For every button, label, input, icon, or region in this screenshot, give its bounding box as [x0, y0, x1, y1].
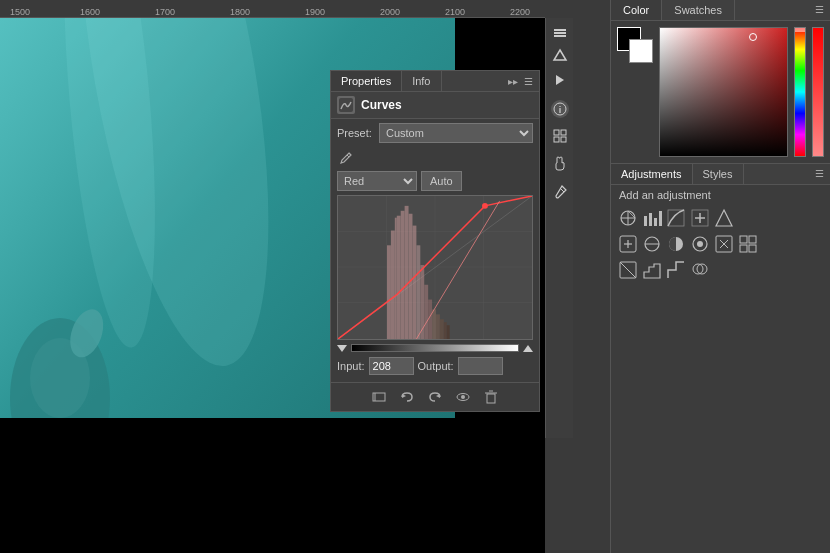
levels-icon[interactable] [641, 207, 663, 229]
output-label: Output: [418, 360, 454, 372]
invert-icon[interactable] [617, 259, 639, 281]
svg-rect-10 [554, 32, 566, 34]
svg-marker-53 [436, 394, 440, 398]
input-value[interactable] [369, 357, 414, 375]
adjustment-icons-row3 [611, 257, 830, 283]
svg-rect-17 [561, 130, 566, 135]
tab-swatches[interactable]: Swatches [662, 0, 735, 20]
svg-rect-65 [668, 210, 684, 226]
adjustments-panel-menu[interactable]: ☰ [809, 164, 830, 184]
grid-icon[interactable] [550, 126, 570, 146]
brush-icon[interactable] [550, 182, 570, 202]
adjustments-tabs: Adjustments Styles ☰ [611, 164, 830, 185]
svg-rect-83 [740, 245, 747, 252]
info-icon[interactable]: i [551, 100, 569, 118]
svg-point-48 [482, 203, 488, 209]
fg-bg-colors[interactable] [617, 27, 653, 63]
color-picker-cursor [749, 33, 757, 41]
svg-rect-34 [409, 214, 413, 339]
hue-saturation-icon[interactable] [617, 233, 639, 255]
posterize-icon[interactable] [641, 259, 663, 281]
panel-expand-icon[interactable]: ▸▸ [506, 74, 520, 89]
color-panel-menu[interactable]: ☰ [809, 0, 830, 20]
preset-label: Preset: [337, 127, 375, 139]
svg-line-22 [347, 155, 349, 157]
color-swatches-tabs: Color Swatches ☰ [611, 0, 830, 21]
brightness-contrast-icon[interactable] [617, 207, 639, 229]
svg-rect-82 [749, 236, 756, 243]
channel-mixer-icon[interactable] [713, 233, 735, 255]
adjustments-section: Adjustments Styles ☰ Add an adjustment [611, 163, 830, 283]
panel-footer [331, 382, 539, 411]
tab-properties[interactable]: Properties [331, 71, 402, 91]
ruler: 1500 1600 1700 1800 1900 2000 2100 2200 [0, 0, 545, 18]
svg-rect-42 [440, 319, 444, 339]
curves-icon-adj[interactable] [665, 207, 687, 229]
tab-styles[interactable]: Styles [693, 164, 744, 184]
hue-slider-vertical[interactable] [794, 27, 806, 157]
output-value[interactable] [458, 357, 503, 375]
exposure-icon[interactable] [689, 207, 711, 229]
svg-rect-18 [554, 137, 559, 142]
svg-rect-35 [412, 226, 416, 339]
svg-rect-43 [444, 322, 447, 339]
hue-indicator [795, 28, 805, 32]
layers-icon[interactable] [550, 22, 570, 42]
ruler-mark: 2100 [445, 7, 465, 17]
highlight-point[interactable] [523, 345, 533, 352]
delete-button[interactable] [481, 387, 501, 407]
black-white-icon[interactable] [665, 233, 687, 255]
ruler-mark: 1700 [155, 7, 175, 17]
tab-color[interactable]: Color [611, 0, 662, 20]
panel-tabs: Properties Info ▸▸ ☰ [331, 71, 539, 92]
svg-rect-62 [649, 213, 652, 226]
svg-rect-16 [554, 130, 559, 135]
shadow-point[interactable] [337, 345, 347, 352]
vibrance-icon[interactable] [713, 207, 735, 229]
ruler-mark: 1600 [80, 7, 100, 17]
eyedropper-tool[interactable] [337, 149, 355, 167]
svg-rect-61 [644, 216, 647, 226]
svg-rect-9 [554, 29, 566, 31]
svg-rect-33 [405, 206, 409, 339]
svg-rect-45 [387, 245, 391, 339]
color-picker-section [611, 21, 830, 163]
svg-marker-69 [716, 210, 732, 226]
svg-rect-84 [749, 245, 756, 252]
selective-color-icon[interactable] [689, 259, 711, 281]
hand-icon[interactable] [550, 154, 570, 174]
undo-button[interactable] [425, 387, 445, 407]
svg-rect-31 [397, 216, 401, 339]
svg-rect-46 [391, 231, 395, 339]
svg-point-55 [461, 395, 465, 399]
background-color[interactable] [629, 39, 653, 63]
svg-rect-64 [659, 211, 662, 226]
curves-graph[interactable] [337, 195, 533, 340]
svg-rect-47 [395, 218, 397, 339]
tab-info[interactable]: Info [402, 71, 441, 91]
preset-select[interactable]: Custom Default [379, 123, 533, 143]
color-saturation-brightness[interactable] [659, 27, 788, 157]
right-panel: Color Swatches ☰ [610, 0, 830, 553]
svg-marker-12 [554, 50, 566, 60]
forward-icon[interactable] [550, 70, 570, 90]
saturation-slider[interactable] [812, 27, 824, 157]
svg-marker-52 [402, 394, 406, 398]
clip-button[interactable] [369, 387, 389, 407]
color-balance-icon[interactable] [641, 233, 663, 255]
adjust-icon[interactable] [550, 46, 570, 66]
tab-adjustments[interactable]: Adjustments [611, 164, 693, 184]
svg-rect-41 [436, 314, 440, 339]
svg-rect-44 [447, 325, 450, 339]
panel-menu-icon[interactable]: ☰ [522, 74, 535, 89]
svg-text:i: i [558, 105, 561, 115]
threshold-icon[interactable] [665, 259, 687, 281]
svg-rect-56 [487, 394, 495, 403]
photo-filter-icon[interactable] [689, 233, 711, 255]
color-lookup-icon[interactable] [737, 233, 759, 255]
auto-button[interactable]: Auto [421, 171, 462, 191]
channel-select[interactable]: Red Green Blue RGB [337, 171, 417, 191]
preset-row: Preset: Custom Default [331, 119, 539, 147]
reset-button[interactable] [397, 387, 417, 407]
visibility-button[interactable] [453, 387, 473, 407]
